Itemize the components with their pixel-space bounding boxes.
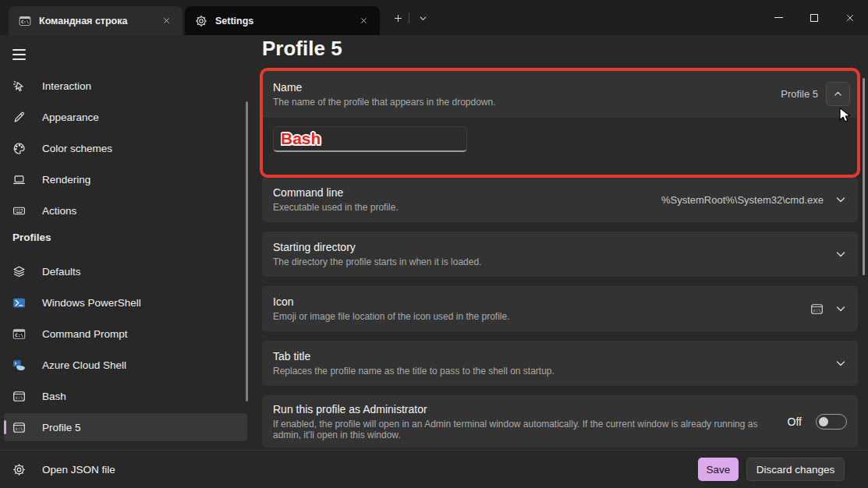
setting-description: Replaces the profile name as the title t… [273,366,554,377]
svg-text:c:\: c:\ [16,426,23,431]
sidebar-item-bash[interactable]: c:\ Bash [4,382,247,410]
sidebar-item-label: Bash [42,391,66,402]
setting-label: Command line [273,186,399,199]
name-setting-text: Name The name of the profile that appear… [273,81,496,108]
tab-command-prompt[interactable]: C:\ Командная строка [9,6,182,35]
collapse-expander-button[interactable] [826,82,850,106]
cmd-outline-icon: c:\ [810,302,824,316]
plus-icon [393,13,403,23]
cmd-window-icon: C:\ [19,15,31,27]
sidebar-item-label: Windows PowerShell [42,297,141,309]
keyboard-icon [12,204,26,217]
windows-terminal-settings-window: C:\ Командная строка Settings Interactio… [0,0,868,488]
admin-toggle-switch[interactable] [816,414,847,430]
gear-icon [12,463,26,476]
setting-description: Executable used in the profile. [273,202,399,213]
selection-indicator [4,420,6,434]
maximize-button[interactable] [796,0,832,35]
sidebar-item-label: Azure Cloud Shell [42,359,126,371]
setting-row-run-as-administrator[interactable]: Run this profile as Administrator If ena… [262,395,858,447]
close-tab-icon[interactable] [158,12,175,30]
setting-row-starting-directory[interactable]: Starting directory The directory the pro… [262,232,858,277]
minimize-icon [774,17,783,18]
new-tab-button[interactable] [387,7,409,29]
toggle-knob [819,417,828,426]
setting-label: Icon [273,295,510,308]
sidebar-item-interaction[interactable]: Interaction [4,72,247,100]
titlebar: C:\ Командная строка Settings [0,0,868,35]
setting-description: If enabled, the profile will open in an … [273,419,772,440]
setting-row-command-line[interactable]: Command line Executable used in the prof… [262,177,858,222]
sidebar-item-defaults[interactable]: Defaults [4,257,247,285]
titlebar-separator [409,12,409,23]
close-button[interactable] [832,0,868,35]
open-json-file-button[interactable]: Open JSON file [0,463,115,476]
cursor-click-icon [12,80,26,93]
window-controls [760,0,868,35]
sidebar-item-label: Profile 5 [42,422,81,433]
tab-label: Командная строка [39,16,150,27]
chevron-down-icon [834,357,847,370]
svg-text:C:\: C:\ [21,19,30,24]
sidebar-item-rendering[interactable]: Rendering [4,165,247,193]
save-button[interactable]: Save [698,458,739,481]
open-json-label: Open JSON file [42,464,115,476]
cmd-window-icon: C:\ [12,327,26,341]
tab-settings[interactable]: Settings [185,6,380,35]
pen-icon [12,111,26,124]
close-icon [845,13,855,23]
bottom-bar: Open JSON file Save Discard changes [0,450,868,488]
sidebar-item-label: Interaction [42,80,91,92]
chevron-down-icon [834,302,847,315]
svg-text:c:\: c:\ [813,308,821,313]
sidebar-item-color-schemes[interactable]: Color schemes [4,134,247,162]
sidebar-item-actions[interactable]: Actions [4,196,247,225]
setting-description: The name of the profile that appears in … [273,97,496,108]
setting-label: Starting directory [273,241,481,253]
setting-description: Emoji or image file location of the icon… [273,311,510,322]
name-setting-card: Name The name of the profile that appear… [262,70,858,175]
cmd-outline-icon: c:\ [12,421,26,434]
gear-icon [195,15,207,27]
svg-text:C:\: C:\ [15,332,23,338]
sidebar-item-command-prompt[interactable]: C:\ Command Prompt [4,320,247,348]
chevron-up-icon [833,89,843,99]
sidebar: Interaction Appearance Color schemes Ren… [0,35,251,450]
setting-value: %SystemRoot%\System32\cmd.exe [661,194,824,206]
palette-icon [12,142,26,155]
sidebar-item-label: Color schemes [42,143,112,154]
sidebar-item-azure-cloud-shell[interactable]: Azure Cloud Shell [4,351,247,379]
setting-label: Name [273,81,496,94]
setting-row-tab-title[interactable]: Tab title Replaces the profile name as t… [262,341,858,386]
discard-changes-button[interactable]: Discard changes [746,458,845,481]
sidebar-item-label: Actions [42,205,76,217]
setting-label: Run this profile as Administrator [273,403,772,416]
close-tab-icon[interactable] [355,12,372,30]
tab-label: Settings [215,16,347,27]
profiles-section-header: Profiles [12,232,51,243]
toggle-state-label: Off [788,416,802,428]
page-title: Profile 5 [262,37,342,61]
sidebar-item-windows-powershell[interactable]: Windows PowerShell [4,288,247,316]
setting-label: Tab title [273,350,554,362]
sidebar-item-label: Command Prompt [42,328,128,340]
sidebar-item-profile-5[interactable]: c:\ Profile 5 [4,413,247,441]
azure-cloud-icon [12,359,26,372]
name-input[interactable] [273,126,467,152]
chevron-down-icon [834,248,847,260]
hamburger-menu-button[interactable] [4,41,35,69]
setting-row-icon[interactable]: Icon Emoji or image file location of the… [262,286,858,331]
minimize-button[interactable] [760,0,796,35]
sidebar-scrollbar[interactable] [246,101,248,401]
chevron-down-icon [834,193,847,206]
main-scrollbar[interactable] [863,78,865,275]
setting-description: The directory the profile starts in when… [273,256,481,267]
monitor-icon [12,173,26,186]
sidebar-item-label: Rendering [42,174,90,186]
cmd-outline-icon: c:\ [12,390,26,403]
sidebar-item-label: Defaults [42,266,81,278]
name-setting-header[interactable]: Name The name of the profile that appear… [262,70,858,118]
sidebar-item-appearance[interactable]: Appearance [4,103,247,131]
tab-dropdown-button[interactable] [412,7,434,29]
svg-text:c:\: c:\ [16,395,23,400]
